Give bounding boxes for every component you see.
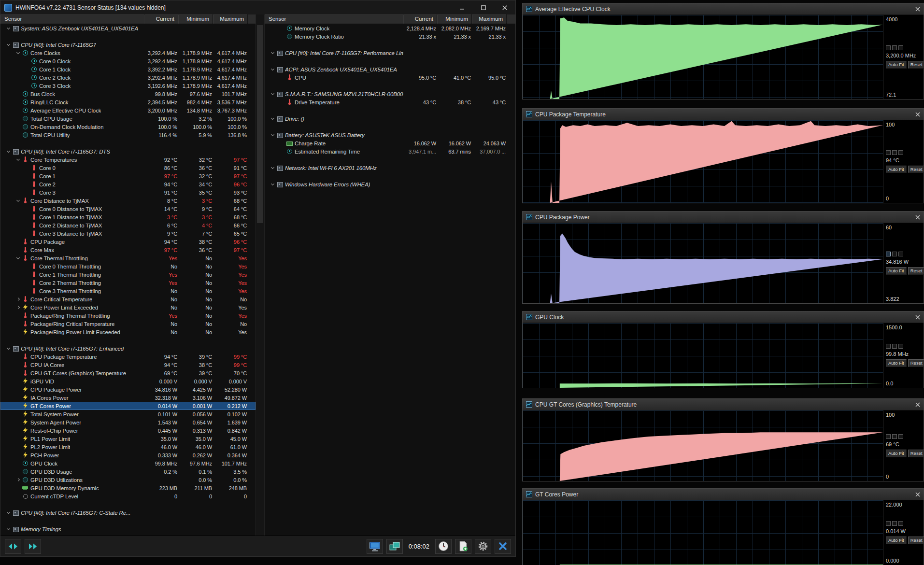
auto-fit-button[interactable]: Auto Fit [886, 450, 907, 457]
sensor-row[interactable]: Memory Clock2,128.4 MHz2,082.0 MHz2,169.… [265, 24, 515, 32]
sensor-row[interactable]: Core 2 Distance to TjMAX6 °C4 °C66 °C [0, 221, 256, 229]
sensor-group-row[interactable]: Windows Hardware Errors (WHEA) [265, 180, 515, 188]
collapse-chevron-icon[interactable] [269, 114, 276, 123]
close-icon[interactable] [915, 7, 920, 12]
sensor-group-row[interactable]: CPU [#0]: Intel Core i7-1165G7 [0, 41, 256, 49]
collapse-chevron-icon[interactable] [4, 525, 12, 533]
sensor-row[interactable]: IA Cores Power32.318 W3.106 W49.872 W [0, 394, 256, 402]
sensor-row[interactable]: Core Max97 °C36 °C97 °C [0, 246, 256, 254]
sensor-row[interactable]: Total CPU Usage100.0 %3.2 %100.0 % [0, 114, 256, 123]
report-button[interactable] [455, 539, 471, 554]
sensor-row[interactable]: Core 391 °C35 °C93 °C [0, 188, 256, 197]
reset-button[interactable]: Reset [908, 450, 924, 457]
style-button[interactable] [886, 344, 891, 349]
sensor-row[interactable]: Package/Ring Power Limit ExceededNoNoYes [0, 328, 256, 336]
style-button[interactable] [898, 434, 903, 439]
style-button[interactable] [886, 521, 891, 526]
collapse-chevron-icon[interactable] [14, 254, 22, 262]
sensor-row[interactable]: Core 2 Clock3,292.4 MHz1,178.9 MHz4,617.… [0, 73, 256, 82]
minimize-button[interactable] [452, 0, 473, 14]
graph-titlebar[interactable]: CPU Package Power [523, 212, 924, 223]
collapse-chevron-icon[interactable] [269, 90, 276, 98]
style-button[interactable] [892, 150, 897, 155]
settings-button[interactable] [475, 539, 491, 554]
sensor-group-row[interactable]: Drive: () [265, 114, 515, 123]
sensor-row[interactable]: GPU D3D Memory Dynamic223 MB211 MB248 MB [0, 484, 256, 492]
sensor-row[interactable]: Package/Ring Thermal ThrottlingYesNoYes [0, 311, 256, 320]
sensor-row[interactable]: Estimated Remaining Time3,947.1 m...63.7… [265, 147, 515, 155]
sensor-row[interactable]: CPU GT Cores (Graphics) Temperature69 °C… [0, 369, 256, 377]
graph-titlebar[interactable]: CPU GT Cores (Graphics) Temperature [523, 399, 924, 410]
sensor-row[interactable]: Rest-of-Chip Power0.445 W0.313 W0.842 W [0, 426, 256, 435]
sensor-row[interactable]: Charge Rate16.062 W16.062 W24.063 W [265, 139, 515, 147]
collapse-chevron-icon[interactable] [269, 164, 276, 172]
sensor-row[interactable]: Core 1 Clock3,392.2 MHz1,178.9 MHz4,617.… [0, 65, 256, 73]
sensor-row[interactable]: Memory Clock Ratio21.33 x21.33 x21.33 x [265, 32, 515, 41]
sensor-row[interactable]: Core 3 Thermal ThrottlingNoNoYes [0, 287, 256, 295]
reset-button[interactable]: Reset [908, 537, 924, 544]
sensor-row[interactable]: PL2 Power Limit46.0 W46.0 W61.0 W [0, 443, 256, 451]
expand-chevron-icon[interactable] [14, 295, 22, 303]
sensor-row[interactable]: Core 2 Thermal ThrottlingYesNoYes [0, 279, 256, 287]
sensor-row[interactable]: Core Temperatures92 °C32 °C97 °C [0, 155, 256, 164]
column-header-current[interactable]: Current [144, 14, 178, 24]
sensor-row[interactable]: Ring/LLC Clock2,394.5 MHz982.4 MHz3,536.… [0, 98, 256, 106]
sensor-row[interactable]: Core 1 Thermal ThrottlingYesNoYes [0, 270, 256, 279]
sensor-group-row[interactable]: S.M.A.R.T.: SAMSUNG MZVL21T0HCLR-00B00 (… [265, 90, 515, 98]
style-button[interactable] [898, 521, 903, 526]
sensor-row[interactable]: Average Effective CPU Clock3,200.0 MHz13… [0, 106, 256, 114]
collapse-chevron-icon[interactable] [4, 147, 12, 155]
sensor-row[interactable]: Drive Temperature43 °C38 °C43 °C [265, 98, 515, 106]
window-titlebar[interactable]: HWiNFO64 v7.22-4731 Sensor Status [134 v… [0, 0, 515, 14]
column-header-current[interactable]: Current [403, 14, 437, 24]
reset-button[interactable]: Reset [908, 359, 924, 367]
sensor-group-row[interactable]: Network: Intel Wi-Fi 6 AX201 160MHz [265, 164, 515, 172]
column-header-minimum[interactable]: Minimum [178, 14, 213, 24]
style-button[interactable] [892, 45, 897, 50]
collapse-chevron-icon[interactable] [4, 41, 12, 49]
close-icon[interactable] [915, 215, 920, 220]
style-button[interactable] [892, 434, 897, 439]
sensor-row[interactable]: Core Critical TemperatureNoNoNo [0, 295, 256, 303]
expand-chevron-icon[interactable] [14, 476, 22, 484]
sensor-row[interactable]: Core Thermal ThrottlingYesNoYes [0, 254, 256, 262]
sensor-row[interactable]: CPU IA Cores94 °C38 °C99 °C [0, 361, 256, 369]
collapse-chevron-icon[interactable] [4, 508, 12, 517]
graph-titlebar[interactable]: GT Cores Power [523, 489, 924, 500]
close-icon[interactable] [915, 492, 920, 497]
auto-fit-button[interactable]: Auto Fit [886, 537, 907, 544]
scrollbar-thumb[interactable] [257, 25, 263, 223]
graph-titlebar[interactable]: GPU Clock [523, 311, 924, 323]
collapse-chevron-icon[interactable] [269, 65, 276, 73]
sensor-row[interactable]: Core Clocks3,292.4 MHz1,178.9 MHz4,617.4… [0, 49, 256, 57]
close-icon[interactable] [915, 315, 920, 320]
column-header-sensor[interactable]: Sensor [0, 14, 144, 24]
collapse-chevron-icon[interactable] [14, 155, 22, 164]
sensor-group-row[interactable]: System: ASUS Zenbook UX5401EA_UX5401EA [0, 24, 256, 32]
sensor-row[interactable]: Core 086 °C36 °C91 °C [0, 164, 256, 172]
style-button[interactable] [892, 344, 897, 349]
style-button[interactable] [886, 45, 891, 50]
close-icon[interactable] [915, 112, 920, 117]
sensor-row[interactable]: Core 3 Clock3,192.6 MHz1,178.9 MHz4,617.… [0, 82, 256, 90]
auto-fit-button[interactable]: Auto Fit [886, 267, 907, 274]
sensor-row[interactable]: GPU Clock99.8 MHz97.6 MHz101.7 MHz [0, 459, 256, 467]
sensor-row[interactable]: GPU D3D Utilizations0.0 %0.0 % [0, 476, 256, 484]
collapse-chevron-icon[interactable] [269, 49, 276, 57]
auto-fit-button[interactable]: Auto Fit [886, 61, 907, 68]
reset-button[interactable]: Reset [908, 61, 924, 68]
sensor-row[interactable]: Core Power Limit ExceededNoNoYes [0, 303, 256, 311]
column-headers[interactable]: Sensor Current Minimum Maximum [265, 14, 515, 24]
sensor-row[interactable]: CPU95.0 °C41.0 °C95.0 °C [265, 73, 515, 82]
sensor-row[interactable]: GT Cores Power0.014 W0.001 W0.212 W [0, 402, 256, 410]
style-button[interactable] [898, 45, 903, 50]
sensor-group-row[interactable]: CPU [#0]: Intel Core i7-1165G7: DTS [0, 147, 256, 155]
sensor-row[interactable]: Current cTDP Level000 [0, 492, 256, 500]
sensor-row[interactable]: Core 0 Thermal ThrottlingNoNoYes [0, 262, 256, 270]
style-button[interactable] [898, 252, 903, 256]
column-headers[interactable]: Sensor Current Minimum Maximum [0, 14, 256, 24]
style-button[interactable] [892, 252, 897, 256]
sensor-row[interactable]: On-Demand Clock Modulation100.0 %100.0 %… [0, 123, 256, 131]
sensor-row[interactable]: Total CPU Utility116.4 %5.9 %136.8 % [0, 131, 256, 139]
sensor-row[interactable]: CPU Package Temperature94 °C39 °C99 °C [0, 353, 256, 361]
